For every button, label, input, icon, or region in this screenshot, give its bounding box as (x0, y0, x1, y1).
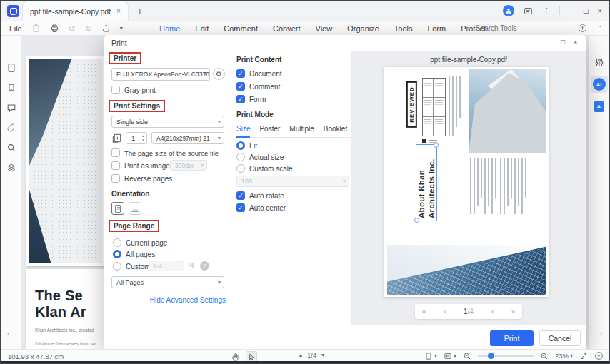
fit-option[interactable]: Fit (236, 141, 257, 150)
tab-size[interactable]: Size (236, 123, 250, 138)
next-page-button[interactable]: › (491, 308, 494, 315)
tab-multiple[interactable]: Multiple (289, 123, 314, 137)
current-page-option[interactable]: Current page (113, 238, 167, 247)
orientation-landscape-button[interactable] (129, 202, 141, 215)
tab-close-icon[interactable]: × (116, 7, 121, 15)
window-close-button[interactable]: × (598, 6, 602, 15)
zoom-slider[interactable] (478, 355, 534, 357)
reverse-pages-option[interactable]: Reverse pages (111, 174, 172, 183)
content-form-option[interactable]: Form (236, 95, 266, 103)
document-page-1[interactable] (26, 56, 105, 266)
attachments-panel-icon[interactable] (6, 123, 16, 133)
custom-range-option[interactable]: Custom (113, 262, 150, 271)
preview-selected-textbox[interactable]: About Khan Architects Inc. (416, 144, 437, 221)
all-pages-radio[interactable] (113, 250, 121, 258)
print-button[interactable]: Print (490, 330, 534, 346)
page-up-icon[interactable]: ▴ (299, 352, 302, 358)
auto-center-option[interactable]: Auto center (236, 203, 286, 212)
maximize-button[interactable]: □ (584, 6, 589, 15)
ai-assistant-button[interactable]: AI (591, 76, 608, 93)
actual-size-radio[interactable] (236, 153, 245, 161)
gray-print-checkbox[interactable] (111, 86, 120, 94)
share-icon[interactable] (101, 24, 111, 33)
more-menu-icon[interactable]: ⋮ (542, 6, 550, 16)
dialog-close-icon[interactable]: × (574, 38, 578, 46)
menu-edit[interactable]: Edit (195, 24, 209, 33)
properties-panel-icon[interactable] (594, 57, 604, 67)
new-tab-button[interactable]: + (137, 6, 143, 16)
content-document-checkbox[interactable] (236, 69, 245, 78)
translate-button[interactable]: A (594, 101, 604, 112)
print-icon[interactable] (50, 24, 59, 33)
menu-organize[interactable]: Organize (347, 24, 379, 33)
dialog-restore-icon[interactable]: □ (561, 38, 565, 46)
print-as-image-checkbox[interactable] (111, 161, 120, 170)
prev-page-button[interactable]: ‹ (444, 308, 446, 315)
account-avatar[interactable] (503, 5, 514, 16)
search-panel-icon[interactable] (6, 143, 16, 153)
copies-spinner[interactable]: ▴▾ (142, 133, 144, 142)
new-from-clipboard-icon[interactable] (31, 24, 41, 33)
bookmarks-panel-icon[interactable] (6, 83, 16, 93)
paper-size-select[interactable]: A4(210x297mm) 21 (151, 132, 224, 144)
auto-rotate-checkbox[interactable] (236, 191, 245, 200)
menu-home[interactable]: Home (159, 24, 180, 33)
thumbnails-panel-icon[interactable] (6, 63, 16, 73)
page-view-mode-button[interactable]: ▾ (424, 352, 437, 360)
zoom-slider-thumb[interactable] (488, 353, 494, 359)
fit-radio[interactable] (236, 141, 245, 150)
document-tab[interactable]: ppt file-sample-Copy.pdf × (22, 1, 129, 21)
collapse-toolbar-icon[interactable]: ⌃ (597, 25, 602, 31)
custom-scale-radio[interactable] (236, 164, 245, 173)
hand-tool-icon[interactable] (231, 353, 240, 362)
first-page-button[interactable]: « (422, 308, 426, 315)
toolbar-expand-caret-icon[interactable]: ▾ (120, 25, 123, 31)
collapse-right-panel-icon[interactable]: › (599, 329, 602, 338)
menu-view[interactable]: View (316, 24, 333, 33)
zoom-in-icon[interactable] (540, 352, 549, 360)
document-page-2[interactable]: The Se Klan Ar Khan Architects Inc., cre… (26, 269, 105, 351)
menu-file[interactable]: File (9, 24, 22, 33)
actual-size-option[interactable]: Actual size (236, 153, 284, 161)
menu-form[interactable]: Form (428, 24, 446, 33)
tab-booklet[interactable]: Booklet (324, 123, 347, 137)
content-document-option[interactable]: Document (236, 69, 282, 78)
gray-print-option[interactable]: Gray print (111, 86, 156, 94)
search-tools-box[interactable] (461, 22, 552, 34)
menu-convert[interactable]: Convert (273, 24, 301, 33)
content-form-checkbox[interactable] (236, 95, 245, 103)
reverse-pages-checkbox[interactable] (111, 174, 120, 183)
auto-rotate-option[interactable]: Auto rotate (236, 191, 284, 200)
feedback-icon[interactable] (524, 6, 533, 16)
subset-select[interactable]: All Pages (111, 276, 224, 288)
comments-panel-icon[interactable] (6, 103, 16, 113)
layers-panel-icon[interactable] (6, 163, 16, 173)
undo-icon[interactable]: ↺ (69, 24, 76, 33)
collapse-left-panel-icon[interactable]: ‹ (7, 329, 10, 338)
help-icon[interactable]: ? (200, 261, 209, 271)
hide-statusbar-icon[interactable] (594, 351, 604, 360)
last-page-button[interactable]: » (511, 308, 515, 315)
sides-select[interactable]: Single side (111, 116, 224, 128)
minimize-button[interactable]: − (569, 6, 574, 15)
zoom-out-icon[interactable] (463, 352, 471, 360)
fit-mode-button[interactable]: ▾ (444, 352, 456, 360)
search-tools-input[interactable] (476, 24, 547, 32)
source-page-size-option[interactable]: The page size of the source file (111, 148, 219, 157)
menu-comment[interactable]: Comment (224, 24, 258, 33)
printer-select[interactable]: FUJI XEROX ApeosPort-VI C3370 (111, 68, 210, 81)
content-comment-option[interactable]: Comment (236, 82, 280, 91)
orientation-portrait-button[interactable] (111, 202, 124, 215)
page-down-icon[interactable]: ▾ (321, 352, 324, 358)
print-as-image-option[interactable]: Print as image (111, 161, 170, 170)
redo-icon[interactable]: ↻ (85, 24, 92, 33)
upload-cloud-icon[interactable] (578, 24, 587, 33)
cancel-button[interactable]: Cancel (539, 330, 581, 346)
printer-settings-gear-icon[interactable]: ⚙ (213, 68, 225, 80)
content-comment-checkbox[interactable] (236, 82, 245, 91)
current-page-radio[interactable] (113, 238, 121, 247)
auto-center-checkbox[interactable] (236, 203, 245, 212)
all-pages-option[interactable]: All pages (113, 250, 155, 258)
copies-input[interactable]: 1 ▴▾ (126, 132, 147, 144)
source-page-size-checkbox[interactable] (111, 148, 120, 157)
